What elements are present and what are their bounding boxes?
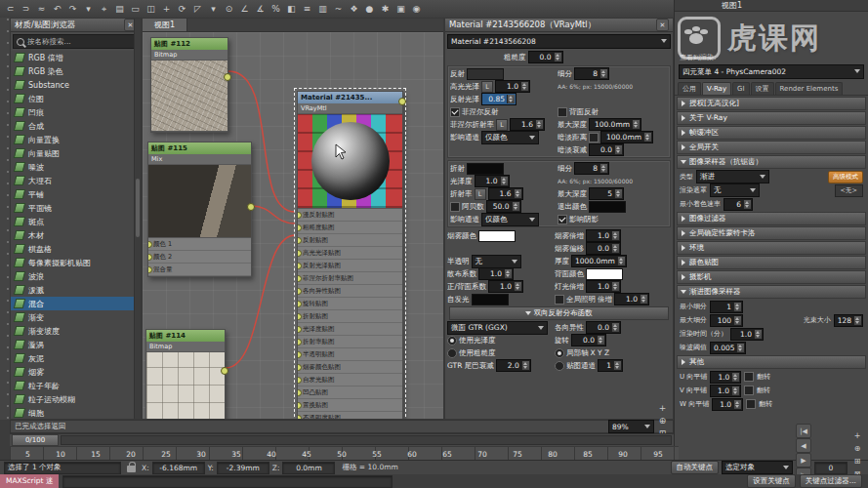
- render-setup-icon[interactable]: ✱: [378, 2, 393, 17]
- tiling-field[interactable]: 1.0: [712, 398, 743, 411]
- anisotropy-field[interactable]: 0.0: [586, 321, 621, 334]
- spinner-arrows[interactable]: [554, 53, 561, 61]
- local-axis-radio[interactable]: [555, 348, 564, 358]
- beam-size-field[interactable]: 128: [834, 314, 863, 327]
- reflect-color-swatch[interactable]: [467, 68, 504, 80]
- back-color-swatch[interactable]: [586, 268, 623, 280]
- search-input[interactable]: 按名称搜索...: [13, 34, 139, 49]
- input-slot[interactable]: 菲涅尔折射率贴图: [298, 272, 402, 285]
- snaps-toggle-icon[interactable]: ∠: [237, 2, 252, 17]
- rollout-bar[interactable]: 全局开关: [677, 141, 866, 154]
- max-subdivs-field[interactable]: 100: [710, 314, 743, 327]
- browser-item[interactable]: 漩涡: [11, 338, 141, 351]
- y-coordinate-field[interactable]: -2.39mm: [217, 462, 269, 474]
- input-slot[interactable]: 反射贴图: [298, 234, 402, 247]
- input-socket-icon[interactable]: [298, 389, 302, 396]
- input-socket-icon[interactable]: [298, 313, 302, 320]
- layer-manager-icon[interactable]: ▥: [315, 2, 330, 17]
- browser-item[interactable]: 灰泥: [11, 351, 141, 365]
- input-socket-icon[interactable]: [298, 263, 302, 269]
- material-selector[interactable]: Material #2143566208: [447, 34, 671, 49]
- browser-item[interactable]: 斑点: [11, 215, 141, 228]
- track-bar[interactable]: 5101520253035404550556065707580859095: [10, 446, 679, 461]
- browser-item[interactable]: 波浪: [11, 269, 141, 283]
- listener-field[interactable]: [62, 475, 393, 488]
- select-and-scale-icon[interactable]: ◸: [190, 2, 205, 17]
- rollout-bar[interactable]: 环境: [677, 241, 866, 255]
- browser-item[interactable]: 渐变坡度: [11, 324, 141, 338]
- input-slot[interactable]: 旋转贴图: [298, 298, 402, 310]
- node-canvas[interactable]: 贴图 #112 Bitmap 贴图 #115 Mix 颜色 1: [143, 32, 443, 419]
- input-socket-icon[interactable]: [298, 364, 302, 371]
- output-socket[interactable]: [224, 73, 231, 81]
- browser-item[interactable]: RGB 倍增: [11, 51, 141, 64]
- browser-item[interactable]: 大理石: [11, 174, 141, 187]
- input-socket-icon[interactable]: [298, 275, 302, 282]
- refract-color-swatch[interactable]: [467, 163, 504, 175]
- browser-titlebar[interactable]: 材质/贴图浏览器 ✕: [11, 19, 141, 32]
- tiling-field[interactable]: 1.0: [710, 385, 741, 397]
- sampler-type-combo[interactable]: 渐进: [696, 170, 769, 183]
- input-socket-icon[interactable]: [298, 415, 302, 419]
- select-and-link-icon[interactable]: ⊂: [3, 2, 18, 17]
- browser-item[interactable]: 每像素摄影机贴图: [11, 256, 141, 269]
- render-tab[interactable]: GI: [732, 82, 750, 95]
- input-slot[interactable]: 置换贴图: [298, 399, 402, 412]
- node-bitmap-114[interactable]: 贴图 #114 Bitmap: [145, 329, 226, 419]
- input-socket-icon[interactable]: [298, 402, 302, 409]
- browser-item[interactable]: 木材: [11, 228, 141, 242]
- use-glossiness-radio[interactable]: [447, 336, 457, 346]
- dim-falloff-field[interactable]: 0.0: [589, 143, 624, 156]
- fresnel-checkbox[interactable]: [450, 107, 460, 117]
- reflect-subdivs-field[interactable]: 8: [574, 67, 609, 80]
- flip-checkbox[interactable]: [744, 372, 754, 382]
- browser-item[interactable]: 渐变: [11, 310, 141, 324]
- rollout-bar[interactable]: 图像采样器（抗锯齿）: [677, 155, 866, 169]
- percent-snap-icon[interactable]: %: [269, 2, 283, 17]
- browser-scrollbar[interactable]: [134, 19, 141, 419]
- input-socket-icon[interactable]: [298, 339, 302, 346]
- input-socket-icon[interactable]: [298, 237, 302, 244]
- node-title[interactable]: 贴图 #114: [146, 330, 225, 342]
- output-socket[interactable]: [221, 367, 228, 375]
- input-slot[interactable]: 折射贴图: [298, 310, 402, 323]
- schematic-view-icon[interactable]: ❖: [347, 2, 361, 17]
- selfillum-mult-field[interactable]: 1.0: [614, 293, 649, 305]
- brdf-rollout-bar[interactable]: 双向反射分布函数: [449, 306, 669, 320]
- align-icon[interactable]: ≡: [300, 2, 314, 17]
- axis-options[interactable]: X Y Z: [591, 348, 610, 357]
- browser-item[interactable]: 粒子运动模糊: [11, 392, 141, 406]
- selection-set-combo[interactable]: 选定对象: [722, 461, 793, 474]
- browser-item[interactable]: 凹痕: [11, 105, 141, 119]
- backside-checkbox[interactable]: [558, 107, 567, 117]
- rollout-bar[interactable]: 全局确定性蒙特卡洛: [677, 226, 866, 240]
- light-mult-field[interactable]: 1.0: [586, 280, 621, 293]
- map-channel-radio[interactable]: [555, 361, 564, 371]
- flip-checkbox[interactable]: [746, 399, 756, 409]
- browser-item[interactable]: RGB 染色: [11, 64, 141, 78]
- select-and-move-icon[interactable]: +: [159, 2, 174, 17]
- view-tab[interactable]: 视图1: [143, 19, 187, 31]
- z-coordinate-field[interactable]: 0.0mm: [282, 462, 335, 474]
- affect-shadows-checkbox[interactable]: [558, 215, 567, 224]
- browser-item[interactable]: 混合: [11, 297, 141, 310]
- input-socket-icon[interactable]: [298, 224, 302, 231]
- camera-selector[interactable]: 四元菜单 4 - PhysCamera002: [679, 64, 864, 79]
- browser-item[interactable]: 细胞: [11, 406, 141, 419]
- output-socket[interactable]: [398, 98, 406, 105]
- current-frame-field[interactable]: 0: [814, 462, 847, 474]
- rollout-bar[interactable]: 图像过滤器: [677, 212, 866, 225]
- lock-button[interactable]: L: [475, 188, 486, 200]
- browser-item[interactable]: 烟雾: [11, 365, 141, 379]
- input-socket-icon[interactable]: [298, 377, 302, 384]
- set-key-button[interactable]: 设置关键点: [747, 474, 796, 488]
- other-rollout-bar[interactable]: 其他: [677, 355, 866, 369]
- previous-frame-icon[interactable]: ◀: [796, 438, 811, 453]
- input-slot[interactable]: 粗糙度贴图: [298, 222, 402, 234]
- refract-gloss-field[interactable]: 1.0: [475, 175, 510, 187]
- input-socket-icon[interactable]: [298, 326, 302, 333]
- render-production-icon[interactable]: ◉: [409, 2, 424, 17]
- auto-key-button[interactable]: 自动关键点: [671, 461, 720, 474]
- input-slot[interactable]: 漫反射贴图: [298, 209, 402, 222]
- rollout-bar[interactable]: 授权[无高汉化]: [677, 97, 866, 110]
